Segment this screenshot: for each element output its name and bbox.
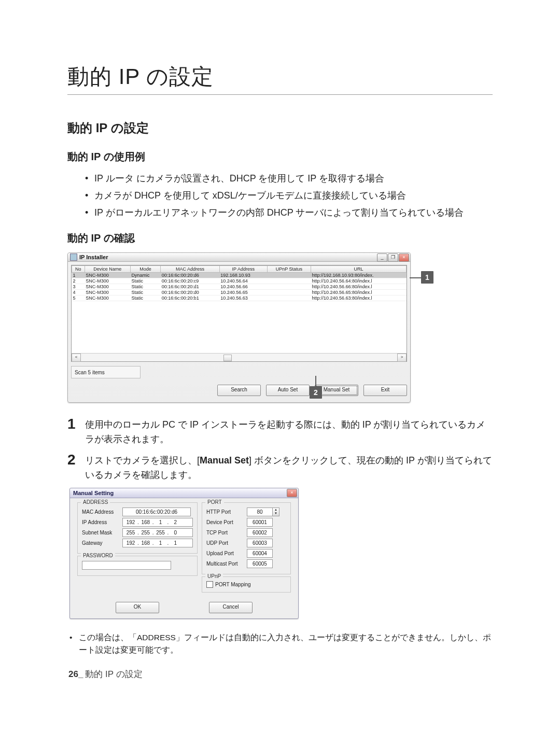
ip-address-field[interactable]: 192.168.1.2	[122, 518, 193, 527]
legend-port: PORT	[205, 499, 224, 505]
label-gateway: Gateway	[82, 540, 122, 546]
password-field[interactable]	[82, 561, 171, 570]
col-ip[interactable]: IP Address	[219, 266, 267, 273]
list-item: IP がローカルエリアネットワークの内部 DHCP サーバによって割り当てられて…	[85, 205, 493, 220]
label-mac: MAC Address	[82, 509, 122, 515]
subsection-check: 動的 IP の確認	[67, 231, 493, 245]
table-row[interactable]: 3 SNC-M300 Static 00:16:6c:00:20:d1 10.2…	[72, 284, 407, 290]
col-device-name[interactable]: Device Name	[85, 266, 130, 273]
legend-address: ADDRESS	[81, 499, 110, 505]
table-row[interactable]: 4 SNC-M300 Static 00:16:6c:00:20:d0 10.2…	[72, 290, 407, 295]
ok-button[interactable]: OK	[116, 602, 159, 613]
figure-ip-installer: IP Installer _ ❐ × No Device Name Mod	[67, 252, 493, 403]
horizontal-scrollbar[interactable]: < >	[72, 353, 407, 361]
close-button[interactable]: ×	[399, 253, 409, 262]
label-upload-port: Upload Port	[206, 551, 247, 556]
udp-port-field[interactable]: 60003	[247, 539, 273, 547]
multicast-port-field[interactable]: 60005	[247, 559, 273, 568]
usage-list: IP ルータ にカメラが設置され、DHCP を使用して IP を取得する場合 カ…	[85, 171, 493, 220]
maximize-button[interactable]: ❐	[388, 253, 398, 262]
scrollbar-thumb[interactable]	[223, 355, 232, 361]
table-row[interactable]: 5 SNC-M300 Static 00:16:6c:00:20:b1 10.2…	[72, 295, 407, 301]
callout-line	[410, 277, 421, 278]
subnet-mask-field[interactable]: 255.255.255.0	[122, 528, 193, 537]
step-1: 1 使用中のローカル PC で IP インストーラを起動する際には、動的 IP …	[67, 416, 493, 447]
label-http-port: HTTP Port	[206, 509, 247, 515]
fieldset-address: ADDRESS MAC Address 00:16:6c:00:20:d6 IP…	[77, 502, 198, 554]
tcp-port-field[interactable]: 60002	[247, 528, 273, 537]
col-mode[interactable]: Mode	[130, 266, 160, 273]
subsection-usage: 動的 IP の使用例	[67, 150, 493, 164]
step-number: 1	[67, 416, 85, 432]
callout-2: 2	[310, 386, 322, 399]
scroll-left-button[interactable]: <	[72, 354, 81, 362]
table-row[interactable]: 2 SNC-M300 Static 00:16:6c:00:20:c9 10.2…	[72, 278, 407, 284]
label-multicast-port: Multicast Port	[206, 561, 247, 567]
col-no[interactable]: No	[72, 266, 85, 273]
window-title: IP Installer	[79, 254, 108, 260]
mac-address-field: 00:16:6c:00:20:d6	[122, 508, 191, 516]
port-mapping-checkbox[interactable]	[206, 581, 213, 588]
page-title: 動的 IP の設定	[67, 62, 493, 95]
step-text: 使用中のローカル PC で IP インストーラを起動する際には、動的 IP が割…	[85, 416, 493, 447]
note-text: この場合は、「ADDRESS」フィールドは自動的に入力され、ユーザは変更すること…	[79, 631, 493, 656]
window-ip-installer: IP Installer _ ❐ × No Device Name Mod	[67, 252, 411, 403]
device-port-field[interactable]: 60001	[247, 518, 273, 527]
legend-upnp: UPnP	[205, 573, 223, 579]
cancel-button[interactable]: Cancel	[209, 602, 253, 613]
label-subnet: Subnet Mask	[82, 530, 122, 535]
fieldset-password: PASSWORD	[77, 556, 198, 576]
list-item: カメラが DHCP を使用して xDSL/ケーブルモデムに直接接続している場合	[85, 188, 493, 203]
gateway-field[interactable]: 192.168.1.1	[122, 539, 193, 547]
callout-1: 1	[421, 271, 433, 284]
step-text: リストでカメラを選択し、[Manual Set] ボタンをクリックして、現在の動…	[85, 452, 493, 483]
col-mac[interactable]: MAC Address	[161, 266, 220, 273]
upload-port-field[interactable]: 60004	[247, 549, 273, 558]
fieldset-port: PORT HTTP Port80▲▼ Device Port60001 TCP …	[202, 502, 291, 574]
page-number: 26_	[68, 669, 83, 679]
dialog-title: Manual Setting	[73, 490, 114, 496]
app-icon	[70, 253, 77, 261]
table-row[interactable]: 1 SNC-M300 Dynamic 00:16:6c:00:20:d6 192…	[72, 273, 407, 278]
label-device-port: Device Port	[206, 519, 247, 525]
page-footer: 26_動的 IP の設定	[68, 668, 143, 680]
callout-line	[315, 376, 316, 386]
minimize-button[interactable]: _	[377, 253, 387, 262]
col-url[interactable]: URL	[311, 266, 407, 273]
label-udp-port: UDP Port	[206, 540, 247, 546]
section-heading: 動的 IP の設定	[67, 120, 493, 136]
step-2: 2 リストでカメラを選択し、[Manual Set] ボタンをクリックして、現在…	[67, 452, 493, 483]
label-tcp-port: TCP Port	[206, 530, 247, 535]
step-number: 2	[67, 452, 85, 468]
http-port-field[interactable]: 80	[247, 508, 273, 516]
fieldset-upnp: UPnP PORT Mapping	[202, 576, 291, 593]
footer-section: 動的 IP の設定	[85, 669, 142, 679]
label-ip: IP Address	[82, 519, 122, 525]
label-port-mapping: PORT Mapping	[215, 582, 251, 587]
legend-password: PASSWORD	[81, 553, 115, 558]
device-table[interactable]: No Device Name Mode MAC Address IP Addre…	[71, 265, 407, 362]
scan-status: Scan 5 items	[71, 366, 141, 378]
list-item: IP ルータ にカメラが設置され、DHCP を使用して IP を取得する場合	[85, 171, 493, 186]
close-button[interactable]: ×	[287, 489, 297, 497]
dialog-manual-setting: Manual Setting × ADDRESS MAC Address 00:…	[69, 488, 299, 619]
exit-button[interactable]: Exit	[363, 385, 407, 396]
col-upnp[interactable]: UPnP Status	[267, 266, 311, 273]
stepper-icon[interactable]: ▲▼	[272, 508, 279, 516]
auto-set-button[interactable]: Auto Set	[266, 385, 310, 396]
search-button[interactable]: Search	[217, 385, 261, 396]
scroll-right-button[interactable]: >	[397, 354, 407, 362]
